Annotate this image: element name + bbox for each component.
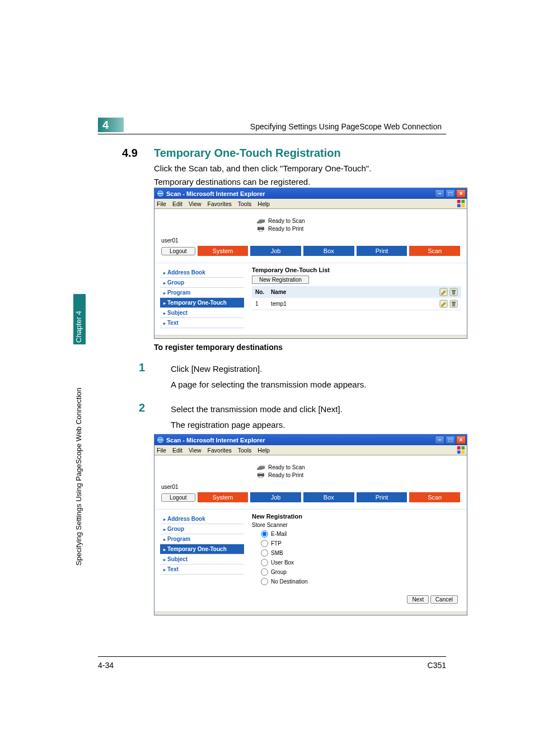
nav-program[interactable]: Program	[160, 287, 244, 297]
user-label: user01	[161, 484, 460, 490]
menu-favorites[interactable]: Favorites	[208, 447, 232, 454]
menu-file[interactable]: File	[157, 200, 166, 207]
close-button[interactable]: ×	[456, 189, 466, 198]
header-breadcrumb: Specifying Settings Using PageScope Web …	[250, 122, 442, 131]
cancel-button[interactable]: Cancel	[430, 595, 458, 604]
intro-line-2: Temporary destinations can be registered…	[154, 176, 310, 188]
side-chapter-label: Chapter 4	[74, 311, 83, 343]
nav-text[interactable]: Text	[160, 318, 244, 328]
printer-icon	[256, 472, 265, 478]
main-pane: Temporary One-Touch List New Registratio…	[250, 263, 467, 335]
ie-icon	[157, 436, 164, 444]
status-scan: Ready to Scan	[256, 464, 460, 470]
nav-program[interactable]: Program	[160, 534, 244, 544]
svg-rect-12	[452, 290, 456, 291]
radio-nodest[interactable]	[261, 578, 268, 585]
scanner-icon	[256, 217, 265, 224]
option-group: Group	[271, 569, 287, 575]
nav-temporary-one-touch[interactable]: Temporary One-Touch	[160, 297, 244, 307]
header-rule	[98, 134, 446, 134]
tab-print[interactable]: Print	[357, 492, 407, 502]
menu-view[interactable]: View	[189, 200, 202, 207]
menu-file[interactable]: File	[157, 447, 166, 454]
menu-favorites[interactable]: Favorites	[208, 200, 232, 207]
tab-system[interactable]: System	[198, 492, 249, 502]
minimize-button[interactable]: –	[435, 189, 444, 198]
page: Chapter 4 Specifying Settings Using Page…	[0, 0, 534, 756]
logout-button[interactable]: Logout	[161, 493, 195, 502]
delete-icon[interactable]	[449, 300, 458, 308]
radio-ftp[interactable]	[261, 540, 268, 547]
nav-group[interactable]: Group	[160, 277, 244, 287]
side-title-label: Specifying Settings Using PageScope Web …	[74, 388, 83, 566]
status-print: Ready to Print	[256, 225, 460, 232]
maximize-button[interactable]: □	[446, 436, 455, 444]
svg-rect-11	[452, 291, 456, 295]
scanner-icon	[256, 464, 265, 470]
svg-rect-7	[259, 226, 263, 227]
sidenav: Address Book Group Program Temporary One…	[154, 263, 244, 335]
menubar: File Edit View Favorites Tools Help	[154, 445, 467, 455]
section-title: Temporary One-Touch Registration	[154, 147, 341, 160]
svg-rect-2	[461, 200, 465, 203]
menu-tools[interactable]: Tools	[238, 200, 252, 207]
minimize-button[interactable]: –	[435, 436, 444, 444]
new-registration-button[interactable]: New Registration	[252, 276, 309, 284]
section-number: 4.9	[122, 147, 138, 160]
footer-model: C351	[428, 661, 446, 670]
svg-rect-24	[259, 472, 263, 474]
option-ftp: FTP	[271, 540, 282, 547]
menu-tools[interactable]: Tools	[238, 447, 252, 454]
menu-edit[interactable]: Edit	[172, 200, 182, 207]
nav-text[interactable]: Text	[160, 564, 244, 575]
menu-view[interactable]: View	[189, 447, 202, 454]
screenshot-2: Scan - Microsoft Internet Explorer – □ ×…	[154, 434, 467, 615]
step-2-text-b: The registration page appears.	[171, 420, 285, 430]
footer-rule	[98, 656, 446, 657]
tab-job[interactable]: Job	[250, 492, 301, 502]
nav-address-book[interactable]: Address Book	[160, 268, 244, 277]
svg-rect-4	[461, 204, 465, 207]
close-button[interactable]: ×	[456, 436, 466, 444]
menu-edit[interactable]: Edit	[172, 447, 182, 454]
content: Ready to Scan Ready to Print user01 Logo…	[154, 455, 467, 612]
radio-smb[interactable]	[261, 549, 268, 557]
window-title: Scan - Microsoft Internet Explorer	[166, 190, 435, 197]
tab-box[interactable]: Box	[303, 492, 354, 502]
delete-icon[interactable]	[449, 288, 458, 296]
titlebar: Scan - Microsoft Internet Explorer – □ ×	[154, 435, 467, 445]
next-button[interactable]: Next	[407, 595, 429, 604]
svg-rect-8	[259, 230, 263, 231]
step-2-text-a: Select the transmission mode and click […	[171, 404, 343, 414]
tab-print[interactable]: Print	[357, 246, 407, 256]
chapter-badge: 4	[98, 118, 124, 132]
maximize-button[interactable]: □	[446, 189, 455, 198]
option-userbox: User Box	[271, 559, 294, 566]
radio-email[interactable]	[261, 530, 268, 538]
menu-help[interactable]: Help	[257, 447, 270, 454]
tab-system[interactable]: System	[198, 246, 249, 256]
pane-title: Temporary One-Touch List	[252, 267, 461, 273]
subheading: To register temporary destinations	[154, 343, 283, 352]
nav-temporary-one-touch[interactable]: Temporary One-Touch	[160, 544, 244, 554]
radio-group[interactable]	[261, 568, 268, 576]
logout-button[interactable]: Logout	[161, 247, 195, 255]
svg-rect-22	[260, 465, 265, 466]
nav-address-book[interactable]: Address Book	[160, 514, 244, 524]
svg-rect-3	[457, 204, 461, 207]
svg-rect-15	[452, 302, 456, 307]
tab-scan[interactable]: Scan	[409, 246, 460, 256]
radio-userbox[interactable]	[261, 559, 268, 566]
tab-job[interactable]: Job	[250, 246, 301, 256]
option-smb: SMB	[271, 550, 283, 556]
nav-subject[interactable]: Subject	[160, 307, 244, 318]
nav-subject[interactable]: Subject	[160, 554, 244, 564]
nav-group[interactable]: Group	[160, 524, 244, 534]
tab-box[interactable]: Box	[303, 246, 354, 256]
pane-title: New Registration	[252, 513, 461, 520]
edit-icon[interactable]	[439, 288, 448, 296]
menubar: File Edit View Favorites Tools Help	[154, 199, 467, 209]
menu-help[interactable]: Help	[257, 200, 270, 207]
tab-scan[interactable]: Scan	[409, 492, 460, 502]
edit-icon[interactable]	[439, 300, 448, 308]
